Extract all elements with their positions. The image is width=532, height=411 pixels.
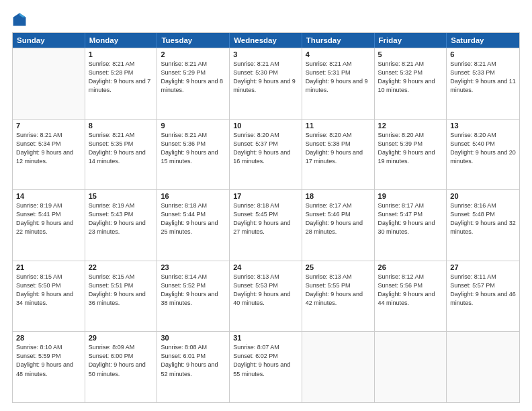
cell-info: Sunrise: 8:20 AMSunset: 5:40 PMDaylight:… — [450, 131, 516, 166]
cell-info: Sunrise: 8:09 AMSunset: 6:00 PMDaylight:… — [89, 343, 154, 378]
calendar-cell — [302, 332, 375, 402]
cell-info: Sunrise: 8:21 AMSunset: 5:34 PMDaylight:… — [16, 131, 81, 166]
calendar-cell — [13, 48, 85, 119]
cell-info: Sunrise: 8:19 AMSunset: 5:43 PMDaylight:… — [89, 201, 154, 236]
cell-info: Sunrise: 8:21 AMSunset: 5:31 PMDaylight:… — [306, 60, 371, 95]
cell-info: Sunrise: 8:13 AMSunset: 5:53 PMDaylight:… — [233, 273, 298, 308]
logo-icon — [12, 12, 27, 27]
day-number: 26 — [378, 263, 443, 271]
cell-info: Sunrise: 8:21 AMSunset: 5:32 PMDaylight:… — [378, 60, 443, 95]
day-number: 5 — [378, 50, 443, 58]
calendar-cell: 7Sunrise: 8:21 AMSunset: 5:34 PMDaylight… — [13, 120, 85, 190]
page: SundayMondayTuesdayWednesdayThursdayFrid… — [0, 0, 532, 411]
cell-info: Sunrise: 8:18 AMSunset: 5:45 PMDaylight:… — [233, 201, 298, 236]
cell-info: Sunrise: 8:14 AMSunset: 5:52 PMDaylight:… — [161, 273, 226, 308]
calendar-week-0: 1Sunrise: 8:21 AMSunset: 5:28 PMDaylight… — [13, 48, 519, 119]
cell-info: Sunrise: 8:12 AMSunset: 5:56 PMDaylight:… — [378, 273, 443, 308]
cell-info: Sunrise: 8:21 AMSunset: 5:33 PMDaylight:… — [450, 60, 516, 95]
cell-info: Sunrise: 8:20 AMSunset: 5:38 PMDaylight:… — [306, 131, 371, 166]
cell-info: Sunrise: 8:20 AMSunset: 5:37 PMDaylight:… — [233, 131, 298, 166]
day-header-tuesday: Tuesday — [157, 33, 230, 48]
day-number: 14 — [16, 192, 81, 200]
calendar-cell: 23Sunrise: 8:14 AMSunset: 5:52 PMDayligh… — [157, 261, 230, 332]
calendar-cell: 22Sunrise: 8:15 AMSunset: 5:51 PMDayligh… — [85, 261, 158, 332]
cell-info: Sunrise: 8:21 AMSunset: 5:28 PMDaylight:… — [89, 60, 154, 95]
calendar-cell: 9Sunrise: 8:21 AMSunset: 5:36 PMDaylight… — [157, 120, 230, 190]
day-number: 24 — [233, 263, 298, 271]
day-header-sunday: Sunday — [13, 33, 85, 48]
day-number: 12 — [378, 122, 443, 130]
calendar-cell: 27Sunrise: 8:11 AMSunset: 5:57 PMDayligh… — [447, 261, 519, 332]
cell-info: Sunrise: 8:11 AMSunset: 5:57 PMDaylight:… — [450, 273, 516, 308]
calendar-cell: 18Sunrise: 8:17 AMSunset: 5:46 PMDayligh… — [302, 190, 375, 261]
day-number: 15 — [89, 192, 154, 200]
calendar-week-3: 21Sunrise: 8:15 AMSunset: 5:50 PMDayligh… — [13, 261, 519, 332]
cell-info: Sunrise: 8:21 AMSunset: 5:30 PMDaylight:… — [233, 60, 298, 95]
day-number: 17 — [233, 192, 298, 200]
calendar-cell — [375, 332, 447, 402]
calendar-week-2: 14Sunrise: 8:19 AMSunset: 5:41 PMDayligh… — [13, 189, 519, 261]
day-header-saturday: Saturday — [447, 33, 519, 48]
cell-info: Sunrise: 8:15 AMSunset: 5:50 PMDaylight:… — [16, 273, 81, 308]
day-number: 1 — [89, 50, 154, 58]
day-number: 19 — [378, 192, 443, 200]
calendar-cell: 17Sunrise: 8:18 AMSunset: 5:45 PMDayligh… — [230, 190, 302, 261]
day-number: 28 — [16, 334, 81, 342]
cell-info: Sunrise: 8:13 AMSunset: 5:55 PMDaylight:… — [306, 273, 371, 308]
calendar: SundayMondayTuesdayWednesdayThursdayFrid… — [12, 32, 520, 403]
day-number: 13 — [450, 122, 516, 130]
day-header-monday: Monday — [85, 33, 158, 48]
cell-info: Sunrise: 8:16 AMSunset: 5:48 PMDaylight:… — [450, 201, 516, 236]
day-number: 3 — [233, 50, 298, 58]
day-number: 30 — [161, 334, 226, 342]
calendar-cell: 28Sunrise: 8:10 AMSunset: 5:59 PMDayligh… — [13, 332, 85, 402]
calendar-body: 1Sunrise: 8:21 AMSunset: 5:28 PMDaylight… — [13, 48, 519, 402]
day-number: 10 — [233, 122, 298, 130]
day-number: 29 — [89, 334, 154, 342]
calendar-header: SundayMondayTuesdayWednesdayThursdayFrid… — [13, 33, 519, 48]
calendar-cell: 31Sunrise: 8:07 AMSunset: 6:02 PMDayligh… — [230, 332, 302, 402]
day-number: 18 — [306, 192, 371, 200]
day-number: 7 — [16, 122, 81, 130]
logo — [12, 12, 30, 27]
cell-info: Sunrise: 8:19 AMSunset: 5:41 PMDaylight:… — [16, 201, 81, 236]
day-number: 25 — [306, 263, 371, 271]
cell-info: Sunrise: 8:21 AMSunset: 5:29 PMDaylight:… — [161, 60, 226, 95]
calendar-week-4: 28Sunrise: 8:10 AMSunset: 5:59 PMDayligh… — [13, 331, 519, 402]
cell-info: Sunrise: 8:17 AMSunset: 5:47 PMDaylight:… — [378, 201, 443, 236]
calendar-cell: 13Sunrise: 8:20 AMSunset: 5:40 PMDayligh… — [447, 120, 519, 190]
day-number: 20 — [450, 192, 516, 200]
header — [12, 12, 520, 27]
calendar-cell: 15Sunrise: 8:19 AMSunset: 5:43 PMDayligh… — [85, 190, 158, 261]
calendar-cell — [447, 332, 519, 402]
day-number: 11 — [306, 122, 371, 130]
day-number: 21 — [16, 263, 81, 271]
day-number: 27 — [450, 263, 516, 271]
day-number: 8 — [89, 122, 154, 130]
cell-info: Sunrise: 8:20 AMSunset: 5:39 PMDaylight:… — [378, 131, 443, 166]
day-number: 22 — [89, 263, 154, 271]
calendar-week-1: 7Sunrise: 8:21 AMSunset: 5:34 PMDaylight… — [13, 119, 519, 190]
calendar-cell: 29Sunrise: 8:09 AMSunset: 6:00 PMDayligh… — [85, 332, 158, 402]
calendar-cell: 30Sunrise: 8:08 AMSunset: 6:01 PMDayligh… — [157, 332, 230, 402]
day-header-friday: Friday — [375, 33, 447, 48]
calendar-cell: 25Sunrise: 8:13 AMSunset: 5:55 PMDayligh… — [302, 261, 375, 332]
calendar-cell: 26Sunrise: 8:12 AMSunset: 5:56 PMDayligh… — [375, 261, 447, 332]
calendar-cell: 11Sunrise: 8:20 AMSunset: 5:38 PMDayligh… — [302, 120, 375, 190]
day-number: 23 — [161, 263, 226, 271]
calendar-cell: 21Sunrise: 8:15 AMSunset: 5:50 PMDayligh… — [13, 261, 85, 332]
calendar-cell: 14Sunrise: 8:19 AMSunset: 5:41 PMDayligh… — [13, 190, 85, 261]
day-number: 9 — [161, 122, 226, 130]
day-number: 2 — [161, 50, 226, 58]
calendar-cell: 6Sunrise: 8:21 AMSunset: 5:33 PMDaylight… — [447, 48, 519, 119]
cell-info: Sunrise: 8:21 AMSunset: 5:35 PMDaylight:… — [89, 131, 154, 166]
calendar-cell: 12Sunrise: 8:20 AMSunset: 5:39 PMDayligh… — [375, 120, 447, 190]
day-number: 31 — [233, 334, 298, 342]
calendar-cell: 4Sunrise: 8:21 AMSunset: 5:31 PMDaylight… — [302, 48, 375, 119]
day-number: 6 — [450, 50, 516, 58]
calendar-cell: 8Sunrise: 8:21 AMSunset: 5:35 PMDaylight… — [85, 120, 158, 190]
cell-info: Sunrise: 8:08 AMSunset: 6:01 PMDaylight:… — [161, 343, 226, 378]
calendar-cell: 19Sunrise: 8:17 AMSunset: 5:47 PMDayligh… — [375, 190, 447, 261]
cell-info: Sunrise: 8:18 AMSunset: 5:44 PMDaylight:… — [161, 201, 226, 236]
cell-info: Sunrise: 8:07 AMSunset: 6:02 PMDaylight:… — [233, 343, 298, 378]
